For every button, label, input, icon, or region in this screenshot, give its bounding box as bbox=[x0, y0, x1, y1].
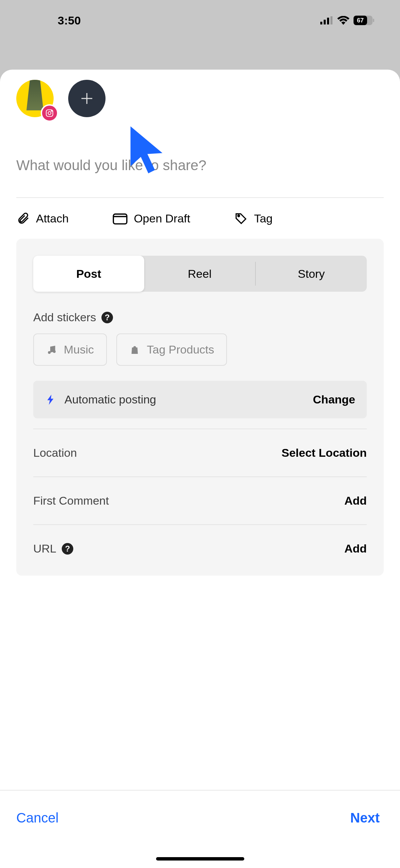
first-comment-row[interactable]: First Comment Add bbox=[33, 476, 367, 524]
help-icon[interactable]: ? bbox=[101, 312, 113, 323]
svg-point-16 bbox=[53, 350, 56, 353]
options-card: Post Reel Story Add stickers ? Music Tag… bbox=[16, 239, 384, 576]
tag-button[interactable]: Tag bbox=[234, 212, 273, 225]
url-label: URL ? bbox=[33, 542, 73, 555]
status-time: 3:50 bbox=[58, 14, 81, 27]
stickers-label: Add stickers ? bbox=[33, 311, 367, 324]
svg-rect-1 bbox=[324, 20, 326, 24]
svg-rect-3 bbox=[330, 16, 332, 24]
tab-post[interactable]: Post bbox=[33, 256, 144, 292]
attach-button[interactable]: Attach bbox=[16, 212, 69, 225]
location-row[interactable]: Location Select Location bbox=[33, 429, 367, 476]
folder-icon bbox=[113, 212, 128, 224]
svg-rect-2 bbox=[327, 18, 329, 24]
shopping-bag-icon bbox=[129, 344, 140, 355]
music-icon bbox=[46, 344, 57, 355]
instagram-badge-icon bbox=[41, 104, 58, 122]
cancel-button[interactable]: Cancel bbox=[16, 810, 59, 826]
location-action: Select Location bbox=[282, 446, 367, 459]
tab-reel[interactable]: Reel bbox=[144, 256, 255, 292]
cellular-icon bbox=[320, 16, 333, 24]
plus-icon bbox=[79, 91, 94, 106]
wifi-icon bbox=[337, 16, 349, 25]
home-indicator bbox=[156, 857, 244, 861]
add-account-button[interactable] bbox=[68, 80, 106, 117]
tag-icon bbox=[234, 212, 248, 225]
sticker-row: Music Tag Products bbox=[33, 333, 367, 366]
svg-point-14 bbox=[238, 215, 240, 217]
url-action: Add bbox=[344, 542, 367, 555]
svg-point-10 bbox=[51, 110, 52, 111]
tab-story[interactable]: Story bbox=[256, 256, 367, 292]
auto-post-label: Automatic posting bbox=[64, 393, 156, 406]
puzzle-bolt-icon bbox=[45, 394, 57, 406]
attach-label: Attach bbox=[36, 212, 69, 225]
tag-products-button[interactable]: Tag Products bbox=[116, 333, 227, 366]
action-row: Attach Open Draft Tag bbox=[0, 198, 400, 239]
url-row[interactable]: URL ? Add bbox=[33, 524, 367, 559]
svg-rect-7 bbox=[373, 19, 374, 22]
automatic-posting-row[interactable]: Automatic posting Change bbox=[33, 381, 367, 418]
location-label: Location bbox=[33, 446, 77, 459]
status-indicators: 67 bbox=[320, 16, 375, 25]
music-sticker-button[interactable]: Music bbox=[33, 333, 107, 366]
svg-point-15 bbox=[48, 351, 51, 354]
compose-sheet: What would you like to share? Attach Ope… bbox=[0, 70, 400, 868]
svg-rect-13 bbox=[114, 214, 127, 224]
status-bar: 3:50 67 bbox=[0, 0, 400, 34]
paperclip-icon bbox=[16, 212, 30, 225]
open-draft-button[interactable]: Open Draft bbox=[113, 212, 190, 225]
battery-icon: 67 bbox=[354, 16, 375, 25]
compose-placeholder: What would you like to share? bbox=[16, 157, 384, 174]
footer: Cancel Next bbox=[0, 790, 400, 868]
accounts-row bbox=[0, 70, 400, 120]
tag-label: Tag bbox=[254, 212, 273, 225]
first-comment-action: Add bbox=[344, 494, 367, 507]
next-button[interactable]: Next bbox=[350, 810, 380, 826]
account-avatar[interactable] bbox=[16, 80, 56, 120]
svg-point-9 bbox=[48, 112, 51, 115]
compose-textarea[interactable]: What would you like to share? bbox=[0, 120, 400, 187]
auto-post-change[interactable]: Change bbox=[313, 393, 355, 406]
svg-text:67: 67 bbox=[357, 17, 364, 24]
post-type-segmented: Post Reel Story bbox=[33, 256, 367, 292]
first-comment-label: First Comment bbox=[33, 494, 109, 507]
help-icon[interactable]: ? bbox=[62, 543, 73, 555]
svg-rect-0 bbox=[320, 22, 322, 24]
open-draft-label: Open Draft bbox=[134, 212, 190, 225]
